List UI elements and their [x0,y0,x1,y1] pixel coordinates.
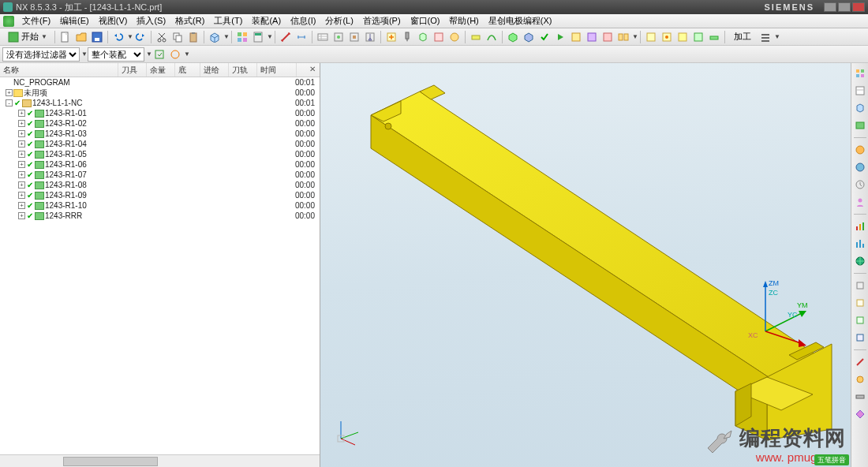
rb-tool3-icon[interactable] [853,313,867,327]
expander-icon[interactable]: + [18,140,25,148]
list-tool-icon[interactable] [600,30,615,44]
menu-item[interactable]: 分析(L) [320,16,357,25]
rb-tool5-icon[interactable] [853,355,867,369]
tree-row[interactable]: +✔1243-R1-0500:00 [0,149,320,159]
measure-icon[interactable] [279,30,293,44]
create-geom-icon[interactable] [416,30,430,44]
tree-col-header[interactable]: 刀轨 [229,63,257,77]
menu-item[interactable]: 首选项(P) [358,16,406,25]
tree-col-header[interactable]: 余量 [147,63,175,77]
menu-item[interactable]: 信息(I) [286,16,320,25]
ex1-icon[interactable] [644,30,658,44]
rb-tool1-icon[interactable] [853,278,867,293]
tree-row[interactable]: +✔1243-R1-0400:00 [0,139,320,149]
create-op-icon[interactable] [447,30,462,44]
ex4-icon[interactable] [691,30,705,44]
batch-icon[interactable] [616,30,630,44]
menu-item[interactable]: 格式(R) [170,16,209,25]
tree-col-header[interactable]: 底 [175,63,200,77]
tree-row[interactable]: +✔1243-R1-0300:00 [0,129,320,139]
ex5-icon[interactable] [707,30,721,44]
simulate-icon[interactable] [522,30,536,44]
rb-chart2-icon[interactable] [853,237,867,251]
minimize-button[interactable] [824,2,836,12]
maximize-button[interactable] [838,2,851,12]
rb-reuse-icon[interactable] [853,118,867,133]
tree-col-header[interactable]: 名称 [0,63,118,77]
open-file-icon[interactable] [74,30,88,44]
box-icon[interactable] [208,30,222,44]
menu-item[interactable]: 插入(S) [132,16,170,25]
undo-dropdown[interactable]: ▼ [127,33,132,40]
rb-tool6-icon[interactable] [853,372,867,387]
rb-tool7-icon[interactable] [853,390,867,404]
menu-item[interactable]: 工具(T) [209,16,247,25]
tool-view-icon[interactable] [363,30,377,44]
save-icon[interactable] [90,30,104,44]
new-file-icon[interactable] [58,30,73,44]
ime-chip[interactable]: 五笔拼音 [814,454,849,465]
create-prog-icon[interactable] [384,30,398,44]
copy-icon[interactable] [170,30,185,44]
tree-row[interactable]: +✔1243-RRR00:00 [0,211,320,221]
tree-row[interactable]: +✔1243-R1-0800:00 [0,180,320,190]
sel2-icon[interactable] [168,47,182,62]
tree-row[interactable]: +✔1243-R1-0200:00 [0,118,320,129]
app-switch-icon[interactable] [235,30,249,44]
tree-hscrollbar[interactable] [0,454,320,467]
rb-partnav-icon[interactable] [853,101,867,115]
rb-nav-icon[interactable] [853,84,867,98]
post-icon[interactable] [569,30,583,44]
menu-item[interactable]: 编辑(E) [55,16,94,25]
shopdoc-icon[interactable] [585,30,599,44]
create-tool-icon[interactable] [400,30,414,44]
filter-scope-select[interactable]: 整个装配 [88,47,144,62]
tree-row[interactable]: +✔1243-R1-0700:00 [0,170,320,180]
sel-dropdown[interactable]: ▼ [184,50,189,58]
geom-view-icon[interactable] [331,30,346,44]
mill-planar-icon[interactable] [469,30,483,44]
create-method-icon[interactable] [432,30,446,44]
expander-icon[interactable]: + [18,212,25,219]
expander-icon[interactable]: + [18,181,25,189]
cut-icon[interactable] [155,30,169,44]
menu-item[interactable]: 视图(V) [94,16,133,25]
tree-col-header[interactable]: 刀具 [118,63,147,77]
tree-row[interactable]: NC_PROGRAM00:01 [0,77,320,88]
mill-contour-icon[interactable] [485,30,499,44]
rb-assembly-icon[interactable] [853,66,867,80]
rb-globe-icon[interactable] [853,254,867,268]
tree-row[interactable]: +✔1243-R1-0900:00 [0,190,320,200]
rb-hd3d-icon[interactable] [853,143,867,157]
calc-dropdown[interactable]: ▼ [267,33,271,40]
start-button[interactable]: 开始 ▼ [2,30,51,44]
tree-col-header[interactable]: 进给 [200,63,229,77]
close-button[interactable] [852,2,865,12]
batch-dropdown[interactable]: ▼ [632,33,637,40]
tree-row[interactable]: +✔1243-R1-0600:00 [0,159,320,170]
expander-icon[interactable]: + [18,110,25,117]
sel1-icon[interactable] [152,47,166,62]
expander-icon[interactable]: + [18,130,25,137]
rb-tool4-icon[interactable] [853,331,867,345]
ops-navigator-icon[interactable] [316,30,330,44]
expander-icon[interactable]: + [18,161,25,168]
expander-icon[interactable]: + [18,120,25,127]
graphics-area[interactable]: ZM ZC YM YC XM XC 编程资料网 www. pmug. com 五… [320,63,851,467]
verify-icon[interactable] [506,30,520,44]
panel-close-icon[interactable]: ✕ [307,65,318,76]
expander-icon[interactable]: + [6,89,13,96]
machining-menu-icon[interactable] [758,30,773,44]
rb-roles-icon[interactable] [853,195,867,209]
menu-item[interactable]: 星创电极编程(X) [484,16,557,25]
menu-item[interactable]: 窗口(O) [406,16,445,25]
generate-icon[interactable] [537,30,552,44]
rb-history-icon[interactable] [853,177,867,192]
tree-col-header[interactable]: 时间 [257,63,297,77]
menu-item[interactable]: 帮助(H) [444,16,483,25]
ex3-icon[interactable] [675,30,690,44]
tree-row[interactable]: -✔1243-L1-1-NC00:01 [0,98,320,108]
rb-chart-icon[interactable] [853,219,867,234]
redo-icon[interactable] [133,30,148,44]
expander-icon[interactable]: + [18,151,25,158]
